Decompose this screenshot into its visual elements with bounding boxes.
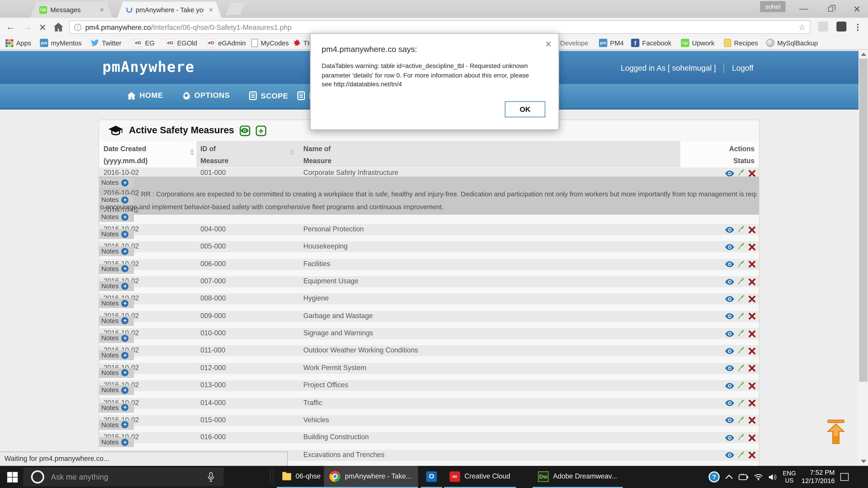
view-icon[interactable] <box>725 261 734 267</box>
dialog-close-icon[interactable]: ✕ <box>545 39 552 49</box>
expand-plus-icon[interactable]: + <box>121 265 129 272</box>
bookmark-mycodes[interactable]: MyCodes <box>251 38 289 48</box>
acrobat-extension-icon[interactable] <box>818 22 828 32</box>
scrollbar-down-icon[interactable] <box>861 460 866 463</box>
taskbar-item-dreamweaver[interactable]: Dw Adobe Dreamweav... <box>532 466 623 488</box>
tab-messages[interactable]: Up Messages × <box>31 2 112 18</box>
view-icon[interactable] <box>725 400 734 406</box>
cortana-search[interactable]: Ask me anything <box>23 467 224 486</box>
browser-menu-icon[interactable] <box>855 21 860 33</box>
notes-toggle[interactable]: Notes+ <box>99 212 134 222</box>
view-icon[interactable] <box>725 330 734 337</box>
notes-toggle[interactable]: Notes+ <box>99 350 134 360</box>
scroll-to-top-button[interactable] <box>826 419 846 445</box>
notes-toggle[interactable]: Notes+ <box>99 264 134 273</box>
view-icon[interactable] <box>725 227 734 233</box>
bookmark-facebook[interactable]: f Facebook <box>631 38 671 48</box>
edit-icon[interactable] <box>737 330 745 337</box>
column-header-actions[interactable]: Actions Status <box>729 143 754 167</box>
delete-icon[interactable] <box>748 243 756 251</box>
edit-icon[interactable] <box>737 313 745 320</box>
view-icon[interactable] <box>725 313 734 320</box>
delete-icon[interactable] <box>748 399 756 407</box>
notes-toggle[interactable]: Notes+ <box>99 333 134 343</box>
notes-toggle[interactable]: Notes+ <box>99 420 134 430</box>
edit-icon[interactable] <box>737 278 745 286</box>
page-scrollbar[interactable] <box>859 50 868 466</box>
view-icon[interactable] <box>725 244 734 250</box>
expand-plus-icon[interactable]: + <box>121 369 129 377</box>
expand-plus-icon[interactable]: + <box>121 335 129 342</box>
view-icon[interactable] <box>725 348 734 354</box>
expand-plus-icon[interactable]: + <box>121 317 129 324</box>
bookmark-recipes[interactable]: Recipes <box>724 38 758 48</box>
microphone-icon[interactable] <box>207 472 215 482</box>
view-icon[interactable] <box>725 170 734 176</box>
scrollbar-up-icon[interactable] <box>861 53 866 56</box>
view-icon[interactable] <box>725 365 734 371</box>
edit-icon[interactable] <box>737 417 745 424</box>
edit-icon[interactable] <box>737 434 745 442</box>
view-all-button[interactable] <box>240 125 250 136</box>
expand-plus-icon[interactable]: + <box>121 352 129 359</box>
delete-icon[interactable] <box>748 451 756 459</box>
delete-icon[interactable] <box>748 365 756 372</box>
forward-button[interactable]: → <box>21 21 33 33</box>
edit-icon[interactable] <box>737 243 745 251</box>
delete-icon[interactable] <box>748 348 756 355</box>
delete-icon[interactable] <box>748 261 756 268</box>
taskbar-clock[interactable]: 7:52 PM12/17/2016 <box>802 468 835 485</box>
edit-icon[interactable] <box>737 295 745 303</box>
language-indicator[interactable]: ENGUS <box>783 470 796 484</box>
notes-toggle[interactable]: Notes+ <box>99 298 134 308</box>
view-icon[interactable] <box>725 279 734 285</box>
bookmark-mysqlbackup[interactable]: MySqlBackup <box>766 38 818 48</box>
notes-toggle[interactable]: Notes+ <box>99 316 134 326</box>
taskbar-item-creative-cloud[interactable]: ∞ Creative Cloud <box>444 466 516 488</box>
bookmark-apps[interactable]: Apps <box>5 38 31 48</box>
bookmark-developer[interactable]: Develope <box>560 38 588 48</box>
nav-home[interactable]: HOME <box>127 91 163 100</box>
bookmark-twitter[interactable]: Twitter <box>91 38 122 48</box>
add-measure-button[interactable]: + <box>256 125 266 136</box>
view-icon[interactable] <box>725 383 734 389</box>
edit-icon[interactable] <box>737 347 745 355</box>
delete-icon[interactable] <box>748 226 756 233</box>
delete-icon[interactable] <box>748 417 756 424</box>
expand-plus-icon[interactable]: + <box>121 438 129 446</box>
expand-plus-icon[interactable]: + <box>121 213 129 221</box>
wifi-icon[interactable] <box>754 474 763 480</box>
expand-plus-icon[interactable]: + <box>121 300 129 307</box>
bookmark-mymentos[interactable]: pm myMentos <box>40 38 82 48</box>
battery-icon[interactable] <box>739 474 748 480</box>
delete-icon[interactable] <box>748 295 756 302</box>
expand-plus-icon[interactable]: + <box>121 404 129 411</box>
edit-icon[interactable] <box>737 226 745 233</box>
tab-close-icon[interactable]: × <box>207 5 215 14</box>
view-icon[interactable] <box>725 417 734 423</box>
view-icon[interactable] <box>725 435 734 441</box>
notes-toggle[interactable]: Notes+ <box>99 402 134 413</box>
taskbar-item-explorer[interactable]: 06-qhse <box>277 466 326 488</box>
window-restore-button[interactable] <box>822 3 839 14</box>
expand-plus-icon[interactable]: + <box>121 421 129 429</box>
bookmark-egold[interactable]: eG EGOld <box>166 38 197 48</box>
address-bar[interactable]: i pm4.pmanywhere.co/Interface/06-qhse/0-… <box>69 21 810 34</box>
home-button[interactable] <box>52 21 64 33</box>
delete-icon[interactable] <box>748 382 756 389</box>
edit-icon[interactable] <box>737 399 745 407</box>
back-button[interactable]: ← <box>4 21 17 33</box>
column-header-id[interactable]: ID of Measure <box>200 143 228 167</box>
column-header-date[interactable]: Date Created (yyyy.mm.dd) <box>103 143 148 167</box>
expand-plus-icon[interactable]: + <box>121 387 129 394</box>
edit-icon[interactable] <box>737 451 745 459</box>
delete-icon[interactable] <box>748 434 756 442</box>
action-center-icon[interactable] <box>840 473 848 481</box>
expand-plus-icon[interactable]: + <box>121 248 129 255</box>
delete-icon[interactable] <box>748 170 756 177</box>
expand-plus-icon[interactable]: + <box>121 179 129 186</box>
stop-button[interactable]: ✕ <box>37 21 49 33</box>
edit-icon[interactable] <box>737 260 745 268</box>
scrollbar-thumb[interactable] <box>859 59 868 382</box>
window-minimize-button[interactable]: — <box>796 3 812 14</box>
